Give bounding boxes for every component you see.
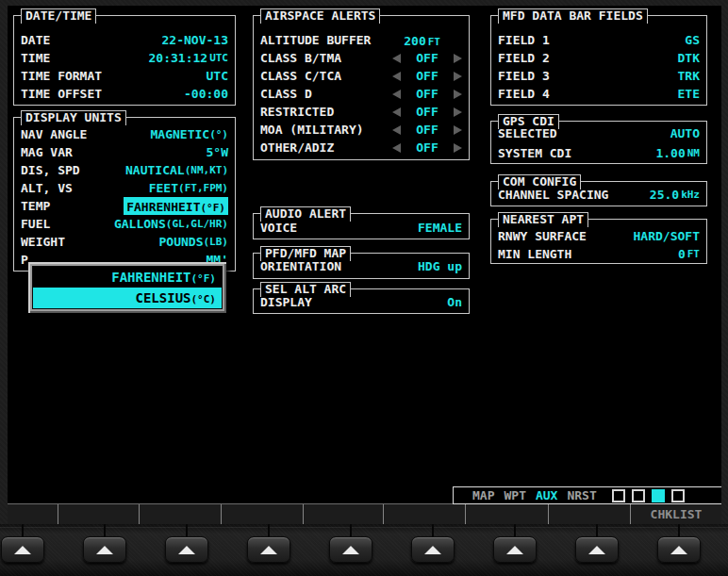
panel-title: COM CONFIG bbox=[498, 174, 581, 189]
row-moa-military: MOA (MILITARY) OFF bbox=[254, 121, 469, 139]
right-arrow-icon bbox=[454, 125, 462, 135]
setting-value[interactable]: OFF bbox=[406, 51, 448, 65]
setting-value[interactable]: 5°W bbox=[207, 145, 228, 159]
airspace-alerts-panel: AIRSPACE ALERTS ALTITUDE BUFFER 200FT CL… bbox=[253, 15, 470, 160]
up-arrow-icon bbox=[506, 546, 523, 554]
left-arrow-icon bbox=[392, 90, 401, 99]
setting-value[interactable]: 22-NOV-13 bbox=[162, 33, 228, 47]
up-arrow-icon bbox=[342, 546, 359, 554]
setting-value[interactable]: FEMALE bbox=[418, 221, 462, 235]
page-group-aux: AUX bbox=[536, 488, 557, 502]
up-arrow-icon bbox=[588, 546, 605, 554]
softkey-label-chklist[interactable]: CHKLIST bbox=[631, 504, 721, 524]
gps-cdi-panel: GPS CDI SELECTED AUTO SYSTEM CDI 1.00NM bbox=[490, 121, 707, 164]
nearest-apt-panel: NEAREST APT RNWY SURFACE HARD/SOFT MIN L… bbox=[490, 219, 707, 264]
setting-value[interactable]: MAGNETIC bbox=[151, 127, 210, 141]
left-arrow-icon bbox=[392, 107, 401, 117]
temp-units-popup: FAHRENHEIT(°F) CELSIUS(°C) bbox=[28, 262, 226, 313]
page-box-icon bbox=[652, 489, 665, 502]
setting-value[interactable]: HDG up bbox=[418, 259, 462, 273]
display-units-panel: DISPLAY UNITS NAV ANGLE MAGNETIC(°) MAG … bbox=[13, 117, 236, 272]
row-rnwy-surface: RNWY SURFACE HARD/SOFT bbox=[491, 227, 706, 245]
softkey-button-7[interactable] bbox=[493, 536, 537, 563]
up-arrow-icon bbox=[424, 546, 441, 554]
setting-value[interactable]: OFF bbox=[406, 87, 448, 101]
softkey-button-6[interactable] bbox=[411, 536, 455, 563]
page-box-icon bbox=[632, 489, 645, 502]
setting-value[interactable]: GALLONS bbox=[114, 217, 166, 231]
row-nav-angle: NAV ANGLE MAGNETIC(°) bbox=[14, 125, 235, 143]
page-box-icon bbox=[671, 489, 685, 502]
softkey-label-1 bbox=[8, 504, 58, 524]
bezel bbox=[0, 524, 728, 576]
panel-title: AIRSPACE ALERTS bbox=[260, 8, 380, 24]
left-arrow-icon bbox=[392, 54, 401, 63]
page-group-nrst: NRST bbox=[567, 488, 596, 502]
setting-value[interactable]: POUNDS bbox=[159, 235, 204, 249]
row-time-offset: TIME OFFSET -00:00 bbox=[14, 85, 235, 103]
right-arrow-icon bbox=[454, 107, 462, 117]
setting-value[interactable]: 200 bbox=[404, 34, 425, 48]
softkey-button-2[interactable] bbox=[83, 536, 126, 563]
right-arrow-icon bbox=[454, 72, 462, 81]
setting-value[interactable]: On bbox=[447, 295, 462, 309]
softkey-label-bar: CHKLIST bbox=[8, 503, 721, 524]
setting-value[interactable]: 0 bbox=[678, 247, 686, 261]
panel-title: SEL ALT ARC bbox=[260, 282, 351, 297]
softkey-label-5 bbox=[304, 504, 384, 524]
panel-title: AUDIO ALERT bbox=[260, 206, 351, 222]
setting-value[interactable]: DTK bbox=[678, 51, 700, 65]
softkey-button-9[interactable] bbox=[657, 536, 701, 563]
setting-label: DATE bbox=[21, 33, 50, 47]
left-arrow-icon bbox=[392, 72, 401, 81]
popup-option-fahrenheit[interactable]: FAHRENHEIT(°F) bbox=[33, 267, 222, 288]
panel-title: DISPLAY UNITS bbox=[21, 110, 126, 125]
setting-value[interactable]: TRK bbox=[678, 69, 700, 83]
row-field-1: FIELD 1 GS bbox=[491, 31, 706, 49]
page-group-wpt: WPT bbox=[504, 488, 525, 502]
softkey-button-3[interactable] bbox=[165, 536, 208, 563]
pfd-mfd-map-panel: PFD/MFD MAP ORIENTATION HDG up bbox=[253, 253, 470, 279]
setting-value[interactable]: OFF bbox=[406, 140, 448, 155]
softkey-button-1[interactable] bbox=[1, 536, 44, 563]
softkey-label-6 bbox=[384, 504, 466, 524]
setting-value[interactable]: NAUTICAL bbox=[125, 163, 185, 177]
popup-option-celsius[interactable]: CELSIUS(°C) bbox=[33, 288, 222, 308]
setting-label: TIME OFFSET bbox=[21, 87, 102, 101]
setting-value[interactable]: AUTO bbox=[670, 126, 700, 140]
row-temp: TEMP FAHRENHEIT(°F) bbox=[14, 197, 235, 215]
panel-title: DATE/TIME bbox=[21, 8, 96, 24]
setting-value[interactable]: 20:31:12 bbox=[149, 51, 208, 65]
page-group-indicator: MAP WPT AUX NRST bbox=[453, 486, 721, 504]
setting-value[interactable]: 1.00 bbox=[655, 146, 685, 160]
setting-value[interactable]: 25.0 bbox=[650, 188, 679, 202]
sel-alt-arc-panel: SEL ALT ARC DISPLAY On bbox=[253, 288, 470, 314]
softkey-button-4[interactable] bbox=[247, 536, 290, 563]
setting-value[interactable]: OFF bbox=[406, 123, 448, 137]
softkey-button-5[interactable] bbox=[329, 536, 372, 563]
page-box-icon bbox=[612, 489, 625, 502]
setting-value[interactable]: FEET bbox=[149, 181, 178, 195]
setting-value[interactable]: ETE bbox=[678, 87, 700, 101]
setting-value[interactable]: GS bbox=[685, 33, 700, 47]
up-arrow-icon bbox=[178, 546, 195, 554]
softkey-label-8 bbox=[549, 504, 631, 524]
row-fuel: FUEL GALLONS(GL,GL/HR) bbox=[14, 215, 235, 233]
selected-field-highlight[interactable]: FAHRENHEIT(°F) bbox=[124, 197, 228, 215]
setting-value[interactable]: HARD/SOFT bbox=[634, 229, 700, 243]
softkey-button-8[interactable] bbox=[575, 536, 619, 563]
left-arrow-icon bbox=[392, 143, 401, 153]
setting-value[interactable]: UTC bbox=[207, 69, 228, 83]
row-class-d: CLASS D OFF bbox=[254, 85, 469, 103]
setting-value[interactable]: -00:00 bbox=[184, 87, 228, 101]
up-arrow-icon bbox=[670, 546, 687, 554]
row-class-b-tma: CLASS B/TMA OFF bbox=[254, 49, 469, 67]
up-arrow-icon bbox=[96, 546, 113, 554]
setting-label: TIME FORMAT bbox=[21, 69, 102, 83]
setting-value[interactable]: OFF bbox=[406, 69, 448, 83]
row-field-4: FIELD 4 ETE bbox=[491, 85, 706, 103]
row-time-format: TIME FORMAT UTC bbox=[14, 67, 235, 85]
setting-value[interactable]: OFF bbox=[406, 105, 448, 119]
row-class-c-tca: CLASS C/TCA OFF bbox=[254, 67, 469, 85]
panel-title: GPS CDI bbox=[498, 114, 559, 129]
